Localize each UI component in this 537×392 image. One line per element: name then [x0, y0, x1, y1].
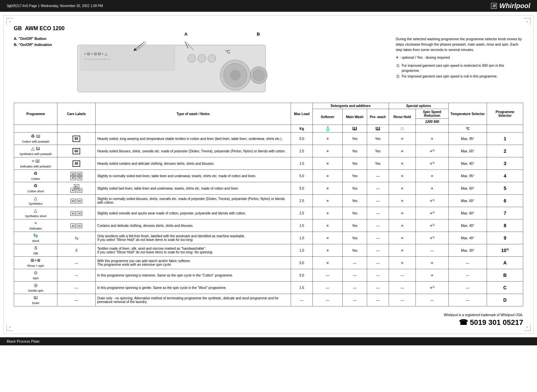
cell-rinshold-8: ✳: [389, 232, 416, 244]
model-title: GB AWM ECO 1200: [14, 26, 64, 32]
cell-softener-6: ✳: [313, 207, 343, 219]
cell-temp-4: Max. 60°: [448, 182, 487, 195]
cell-load-2: 1.5: [291, 157, 313, 170]
cell-temp-2: Max. 40°: [448, 157, 487, 170]
cell-temp-3: Max. 95°: [448, 170, 487, 182]
note2: For improved garment care spin speed is …: [402, 74, 523, 79]
note1: For improved garment care spin speed is …: [402, 63, 523, 73]
cell-notes-1: Heavily soiled blouses, shirts, overalls…: [95, 145, 291, 157]
th-temp-unit: °C: [448, 125, 487, 133]
cell-load-8: 1.0: [291, 232, 313, 244]
cell-care-8: 🧤: [57, 232, 95, 244]
cell-softener-2: ✳: [313, 157, 343, 170]
cell-care-11: —: [57, 269, 95, 282]
cell-prog-sym-2: ≈ ШDelicates with prewash: [14, 157, 57, 170]
model-name: AWM ECO 1200: [25, 26, 64, 31]
label-b: B: [257, 32, 260, 37]
cell-spin-7: ✳1): [416, 219, 448, 232]
programme-table-container: Programme Care Labels Type of wash / Not…: [14, 103, 523, 306]
cell-spin-10: ✳: [416, 257, 448, 269]
logo-icon: ⊟: [491, 3, 497, 9]
cell-mainwash-1: Yes: [343, 145, 367, 157]
cell-temp-9: Max. 30°: [448, 244, 487, 257]
cell-mainwash-3: Yes: [343, 170, 367, 182]
th-rinse-hold: Rinse Hold: [389, 109, 416, 125]
cell-prog-sym-6: △Synthetics short: [14, 207, 57, 219]
cell-temp-7: Max. 40°: [448, 219, 487, 232]
model-region: GB: [14, 26, 22, 31]
cell-notes-9: Textiles made of linen, silk, wool and v…: [95, 244, 291, 257]
svg-text:°C: °C: [225, 49, 231, 54]
cell-softener-13: —: [313, 294, 343, 306]
cell-mainwash-10: —: [343, 257, 367, 269]
cell-load-6: 2.5: [291, 207, 313, 219]
machine-image-container: A B ≈ Ш ≈ Ш Ш ≈ △ — — — — — — — °C: [74, 37, 389, 96]
svg-point-10: [230, 70, 240, 80]
cell-rinshold-2: ✳: [389, 157, 416, 170]
th-mainwash-icon: Ш: [343, 125, 367, 133]
cell-care-10: —: [57, 257, 95, 269]
cell-care-13: —: [57, 294, 95, 306]
cell-temp-6: Max. 60°: [448, 207, 487, 219]
cell-prewash-13: —: [367, 294, 389, 306]
cell-temp-11: —: [448, 269, 487, 282]
cell-prognum-9: 102): [487, 244, 523, 257]
cell-rinshold-3: ✳: [389, 170, 416, 182]
th-spin-speed: Spin Speed Reduction: [416, 109, 448, 119]
programme-table: Programme Care Labels Type of wash / Not…: [14, 103, 523, 306]
cell-load-7: 1.5: [291, 219, 313, 232]
cell-softener-3: ✳: [313, 170, 343, 182]
cell-care-6: 40 30: [57, 207, 95, 219]
cell-softener-9: ✳: [313, 244, 343, 257]
th-spin-vals: 1200 600: [416, 119, 448, 125]
cell-prognum-2: 3: [487, 157, 523, 170]
cell-prewash-3: —: [367, 170, 389, 182]
cell-load-10: 5.0: [291, 257, 313, 269]
cell-prog-sym-4: ♻Cotton short: [14, 182, 57, 195]
cell-prog-sym-10: ⊞+⊕Rinse + spin: [14, 257, 57, 269]
th-main-wash: Main Wash: [343, 109, 367, 125]
brand-name: Whirlpool: [499, 2, 530, 10]
th-prog-unit: [14, 125, 57, 133]
cell-softener-7: ✳: [313, 219, 343, 232]
cell-mainwash-13: —: [343, 294, 367, 306]
cell-notes-12: In this programme spinning is gentle. Sa…: [95, 282, 291, 294]
cell-temp-1: Max. 60°: [448, 145, 487, 157]
cell-prognum-11: B: [487, 269, 523, 282]
main-description: During the selected washing programme th…: [396, 37, 523, 52]
cell-mainwash-0: Yes: [343, 133, 367, 145]
machine-svg: ≈ Ш ≈ Ш Ш ≈ △ — — — — — — — °C: [74, 42, 269, 95]
cell-care-2: 40: [57, 157, 95, 170]
cell-prog-sym-5: △Synthetics: [14, 195, 57, 207]
cell-prognum-0: 1: [487, 133, 523, 145]
corner-mark-tl: [6, 18, 13, 25]
cell-mainwash-5: Yes: [343, 195, 367, 207]
cell-prognum-3: 4: [487, 170, 523, 182]
footer: Whirlpool is a registered trademark of W…: [14, 313, 523, 327]
cell-care-0: 95: [57, 133, 95, 145]
cell-mainwash-4: Yes: [343, 182, 367, 195]
cell-rinshold-9: ✳: [389, 244, 416, 257]
cell-care-12: —: [57, 282, 95, 294]
corner-mark-tr: [524, 18, 531, 25]
cell-load-9: 1.0: [291, 244, 313, 257]
cell-load-13: —: [291, 294, 313, 306]
cell-notes-13: Drain only - no spinning. Alternative me…: [95, 294, 291, 306]
cell-prognum-8: 9: [487, 232, 523, 244]
cell-temp-12: —: [448, 282, 487, 294]
file-info: 3gb05217.fm5 Page 1 Wednesday, November …: [7, 4, 103, 8]
cell-temp-10: —: [448, 257, 487, 269]
cell-load-3: 5.0: [291, 170, 313, 182]
cell-spin-8: ✳1): [416, 232, 448, 244]
svg-text:—  —  —  —  — — —: — — — — — — —: [84, 57, 110, 61]
cell-softener-4: ✳: [313, 182, 343, 195]
cell-prog-sym-12: ◎Gentle spin: [14, 282, 57, 294]
cell-prog-sym-3: ♻Cotton: [14, 170, 57, 182]
cell-spin-0: ✳: [416, 133, 448, 145]
svg-point-4: [188, 54, 196, 62]
cell-spin-9: —: [416, 244, 448, 257]
cell-spin-1: ✳1): [416, 145, 448, 157]
main-page: GB AWM ECO 1200 A. "On/Off" Button B. "O…: [3, 15, 534, 334]
th-softener-icon: 🧴: [313, 125, 343, 133]
cell-care-7: 40 30: [57, 219, 95, 232]
